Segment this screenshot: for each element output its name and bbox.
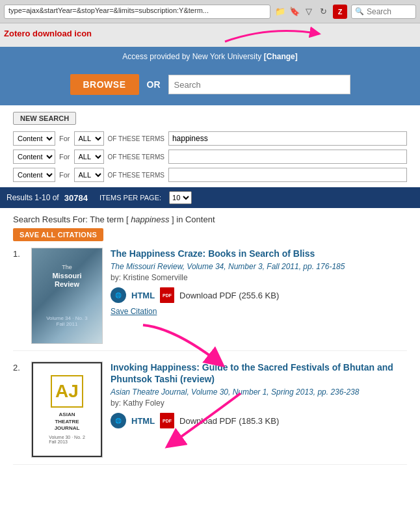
result-links-1: 🌐 HTML PDF Download PDF (255.6 KB) <box>111 287 407 303</box>
change-link[interactable]: [Change] <box>264 52 298 61</box>
results-total: 30784 <box>64 193 88 203</box>
folder-icon[interactable]: 📁 <box>274 6 286 18</box>
for-label-1: For <box>59 135 70 142</box>
items-per-page-label: ITEMS PER PAGE: <box>99 194 161 202</box>
refresh-icon[interactable]: ↻ <box>317 6 329 18</box>
save-all-citations-button[interactable]: SAVE ALL CITATIONS <box>13 228 103 241</box>
result-item-1: 1. The MissouriReview Volume 34 · No. 3F… <box>13 248 407 351</box>
all-select-3[interactable]: ALL <box>74 168 104 182</box>
pink-arrow-download-2 <box>150 387 280 458</box>
browser-search-icon: 🔍 <box>355 7 364 16</box>
save-citation-1[interactable]: Save Citation <box>111 307 407 316</box>
results-info-prefix: Search Results For: The term [ <box>13 215 129 224</box>
search-term-1[interactable] <box>168 131 407 146</box>
of-these-label-2: OF THESE TERMS <box>108 153 164 161</box>
result-thumbnail-2: AJ ASIANTHEATREJOURNAL Volume 30 · No. 2… <box>31 361 103 458</box>
of-these-label-1: OF THESE TERMS <box>108 135 164 142</box>
search-row-2: Content For ALL OF THESE TERMS <box>13 150 407 164</box>
field-select-3[interactable]: Content <box>13 168 55 182</box>
pdf-link-1[interactable]: Download PDF (255.6 KB) <box>179 291 279 300</box>
access-bar: Access provided by New York University [… <box>0 47 420 66</box>
results-info-suffix: ] in Content <box>172 215 215 224</box>
access-text: Access provided by New York University <box>122 52 261 61</box>
result-title-2[interactable]: Invoking Happiness: Guide to the Sacred … <box>111 361 407 385</box>
results-info-term: happiness <box>131 215 169 224</box>
per-page-select[interactable]: 102550 <box>169 191 192 204</box>
asian-journal-logo: AJ <box>51 375 83 408</box>
html-link-1[interactable]: HTML <box>131 291 155 300</box>
browser-toolbar: type=ajax&startYear=&stopYear=&limits=su… <box>0 0 420 23</box>
browser-search-box: 🔍 <box>351 5 416 19</box>
result-number-1: 1. <box>13 248 23 344</box>
browser-search-input[interactable] <box>367 7 412 16</box>
main-search-input[interactable] <box>168 75 350 94</box>
result-number-2: 2. <box>13 361 23 458</box>
browser-icons: 📁 🔖 ▽ ↻ <box>274 6 329 18</box>
bookmark-icon[interactable]: 🔖 <box>289 6 300 18</box>
html-icon-1: 🌐 <box>111 287 126 303</box>
search-term-2[interactable] <box>168 150 407 164</box>
for-label-3: For <box>59 171 70 179</box>
result-author-1: by: Kristine Somerville <box>111 273 407 282</box>
all-select-2[interactable]: ALL <box>74 150 104 164</box>
asian-journal-name: ASIANTHEATREJOURNAL <box>55 412 80 432</box>
result-info-1: The Happiness Craze: Books in Search of … <box>111 248 407 344</box>
annotation-area: Zotero download icon <box>0 23 420 47</box>
of-these-label-3: OF THESE TERMS <box>108 172 164 179</box>
results-bar: Results 1-10 of 30784 ITEMS PER PAGE: 10… <box>0 187 420 208</box>
result-journal-1: The Missouri Review, Volume 34, Number 3… <box>111 262 407 271</box>
pdf-icon-1: PDF <box>160 287 174 303</box>
results-info: Search Results For: The term [ happiness… <box>13 215 407 224</box>
field-select-1[interactable]: Content <box>13 131 55 146</box>
search-section: BROWSE OR <box>0 66 420 105</box>
arrow-annotation <box>218 22 335 48</box>
html-icon-2: 🌐 <box>111 413 126 428</box>
field-select-2[interactable]: Content <box>13 150 55 164</box>
browse-button[interactable]: BROWSE <box>70 74 139 95</box>
results-label: Results 1-10 of <box>7 193 59 202</box>
all-select-1[interactable]: ALL <box>74 131 104 146</box>
search-row-3: Content For ALL OF THESE TERMS <box>13 168 407 182</box>
zotero-annotation-label: Zotero download icon <box>4 29 92 38</box>
result-title-1[interactable]: The Happiness Craze: Books in Search of … <box>111 248 407 259</box>
dropdown-icon[interactable]: ▽ <box>303 6 315 18</box>
search-row-1: Content For ALL OF THESE TERMS <box>13 131 407 146</box>
zotero-icon[interactable]: Z <box>333 5 347 19</box>
url-bar[interactable]: type=ajax&startYear=&stopYear=&limits=su… <box>4 5 270 19</box>
for-label-2: For <box>59 153 70 161</box>
search-term-3[interactable] <box>168 168 407 182</box>
new-search-button[interactable]: NEW SEARCH <box>13 112 76 125</box>
or-label: OR <box>147 79 161 90</box>
result-thumbnail-1: The MissouriReview Volume 34 · No. 3Fall… <box>31 248 103 344</box>
